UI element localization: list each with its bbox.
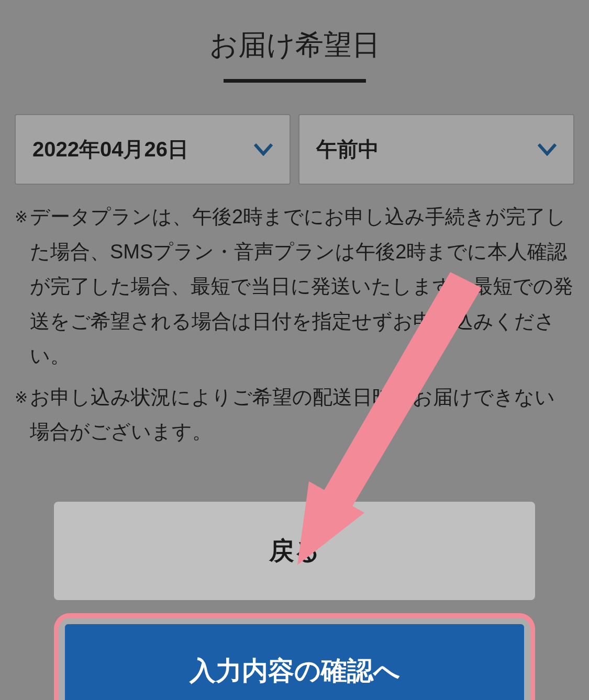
confirm-button[interactable]: 入力内容の確認へ (65, 624, 524, 701)
title-block: お届け希望日 (15, 26, 574, 83)
time-select[interactable]: 午前中 (298, 114, 574, 185)
time-select-value: 午前中 (316, 135, 379, 164)
note-item: ※ データプランは、午後2時までにお申し込み手続きが完了した場合、SMSプラン・… (15, 199, 574, 374)
selects-row: 2022年04月26日 午前中 (15, 114, 574, 185)
notes: ※ データプランは、午後2時までにお申し込み手続きが完了した場合、SMSプラン・… (15, 199, 574, 449)
delivery-date-form: お届け希望日 2022年04月26日 午前中 ※ データプランは、午後2時までに… (0, 0, 589, 700)
note-item: ※ お申し込み状況によりご希望の配送日時にお届けできない場合がございます。 (15, 380, 574, 449)
chevron-down-icon (538, 143, 557, 156)
confirm-highlight: 入力内容の確認へ (54, 613, 535, 701)
note-text: お申し込み状況によりご希望の配送日時にお届けできない場合がございます。 (30, 380, 574, 449)
title-underline (224, 79, 366, 83)
asterisk-icon: ※ (15, 384, 28, 412)
date-select[interactable]: 2022年04月26日 (15, 114, 291, 185)
buttons-block: 戻る 入力内容の確認へ (15, 502, 574, 701)
page-title: お届け希望日 (15, 26, 574, 64)
back-button[interactable]: 戻る (54, 502, 535, 600)
chevron-down-icon (254, 143, 273, 156)
date-select-value: 2022年04月26日 (32, 135, 188, 164)
asterisk-icon: ※ (15, 204, 28, 231)
note-text: データプランは、午後2時までにお申し込み手続きが完了した場合、SMSプラン・音声… (30, 199, 574, 374)
